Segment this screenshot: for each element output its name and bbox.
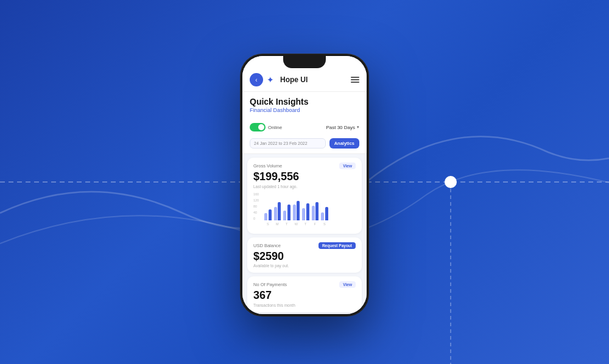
toggle-label: Online <box>268 125 282 130</box>
bar-w-dark <box>297 201 300 220</box>
page-subtitle: Financial Dashboard <box>250 107 359 113</box>
payments-view-button[interactable]: View <box>339 281 356 288</box>
payments-value: 367 <box>253 289 356 303</box>
phone-screen: ‹ ✦ Hope UI Quick Insights Financial Das… <box>242 56 367 314</box>
gross-volume-label: Gross Volume <box>253 163 282 169</box>
bar-m-light <box>274 207 277 220</box>
analytics-label: Analytics <box>334 141 354 146</box>
online-toggle[interactable] <box>250 123 266 131</box>
x-label-t2: T <box>302 222 309 226</box>
bar-f-light <box>312 206 315 220</box>
y-label-160: 160 <box>253 192 263 196</box>
dropdown-label: Past 30 Days <box>326 125 355 130</box>
request-payout-button[interactable]: Request Payout <box>319 242 356 249</box>
bar-m-dark <box>278 202 281 220</box>
page-title: Quick Insights <box>250 97 359 107</box>
usd-balance-label: USD Balance <box>253 243 281 248</box>
bar-t2-dark <box>306 203 309 220</box>
x-label-f: F <box>312 222 319 226</box>
payments-card: No Of Payments View 367 Transactions thi… <box>247 276 362 312</box>
bar-group-t2 <box>302 203 309 220</box>
usd-balance-card: USD Balance Request Payout $2590 Availab… <box>247 237 362 273</box>
date-range-dropdown[interactable]: Past 30 Days ▾ <box>326 125 359 130</box>
bar-f-dark <box>315 202 319 220</box>
bar-group-sat <box>321 207 328 220</box>
bar-group-s <box>264 209 272 220</box>
bar-t2-light <box>302 208 305 220</box>
gross-volume-view-button[interactable]: View <box>339 163 356 169</box>
x-label-m: M <box>274 222 281 226</box>
date-range-input[interactable]: 24 Jan 2022 to 23 Feb 2022 <box>250 138 326 149</box>
chart-y-axis: 160 120 80 40 0 <box>253 192 263 220</box>
y-label-40: 40 <box>253 211 263 214</box>
hamburger-line-1 <box>351 77 359 78</box>
usd-balance-subtext: Available to pay out. <box>253 264 356 268</box>
gross-volume-subtext: Last updated 1 hour ago. <box>253 184 356 189</box>
app-content: ‹ ✦ Hope UI Quick Insights Financial Das… <box>242 56 367 314</box>
y-label-120: 120 <box>253 198 263 202</box>
hamburger-menu[interactable] <box>351 77 359 83</box>
phone-mockup: ‹ ✦ Hope UI Quick Insights Financial Das… <box>241 54 368 316</box>
chart-bars-container <box>264 192 356 220</box>
payments-subtext: Transactions this month <box>253 303 356 307</box>
bar-sat-dark <box>325 207 328 220</box>
bar-group-f <box>312 202 319 220</box>
x-label-t1: T <box>283 222 290 226</box>
bar-group-m <box>274 202 281 220</box>
bar-group-w <box>293 201 300 220</box>
bar-w-light <box>293 205 296 220</box>
bar-sat-light <box>321 212 324 220</box>
y-label-80: 80 <box>253 205 263 208</box>
analytics-button[interactable]: Analytics <box>329 138 359 149</box>
x-label-s: S <box>264 222 272 226</box>
bar-group-t1 <box>283 205 290 220</box>
top-bar-left: ‹ ✦ Hope UI <box>250 73 308 86</box>
x-label-sat: S <box>321 222 328 226</box>
card-header-usd: USD Balance Request Payout <box>253 242 356 249</box>
chevron-down-icon: ▾ <box>357 125 359 130</box>
usd-balance-value: $2590 <box>253 250 356 264</box>
gross-volume-card: Gross Volume View $199,556 Last updated … <box>247 158 362 234</box>
notch <box>283 56 326 68</box>
hamburger-line-2 <box>351 79 359 80</box>
gross-volume-value: $199,556 <box>253 170 356 184</box>
bar-s-light <box>264 213 267 220</box>
chart-x-axis: S M T W T F S <box>264 222 356 226</box>
back-button[interactable]: ‹ <box>250 73 263 86</box>
card-header-payments: No Of Payments View <box>253 281 356 288</box>
phone-frame: ‹ ✦ Hope UI Quick Insights Financial Das… <box>241 54 368 316</box>
hamburger-line-3 <box>351 82 359 83</box>
app-name: Hope UI <box>280 75 308 84</box>
payments-label: No Of Payments <box>253 282 287 287</box>
bar-chart: 160 120 80 40 0 <box>253 192 356 229</box>
page-header: Quick Insights Financial Dashboard <box>242 92 367 119</box>
bar-s-dark <box>269 209 272 220</box>
y-label-0: 0 <box>253 217 263 220</box>
toggle-container: Online <box>250 123 282 131</box>
bar-t1-dark <box>287 205 290 220</box>
card-header-gross: Gross Volume View <box>253 163 356 169</box>
x-label-w: W <box>293 222 300 226</box>
back-icon: ‹ <box>255 77 257 83</box>
bar-t1-light <box>283 211 286 220</box>
app-logo-icon: ✦ <box>267 75 276 85</box>
date-range-row: 24 Jan 2022 to 23 Feb 2022 Analytics <box>242 135 367 154</box>
controls-row: Online Past 30 Days ▾ <box>242 119 367 135</box>
date-range-value: 24 Jan 2022 to 23 Feb 2022 <box>254 141 308 145</box>
